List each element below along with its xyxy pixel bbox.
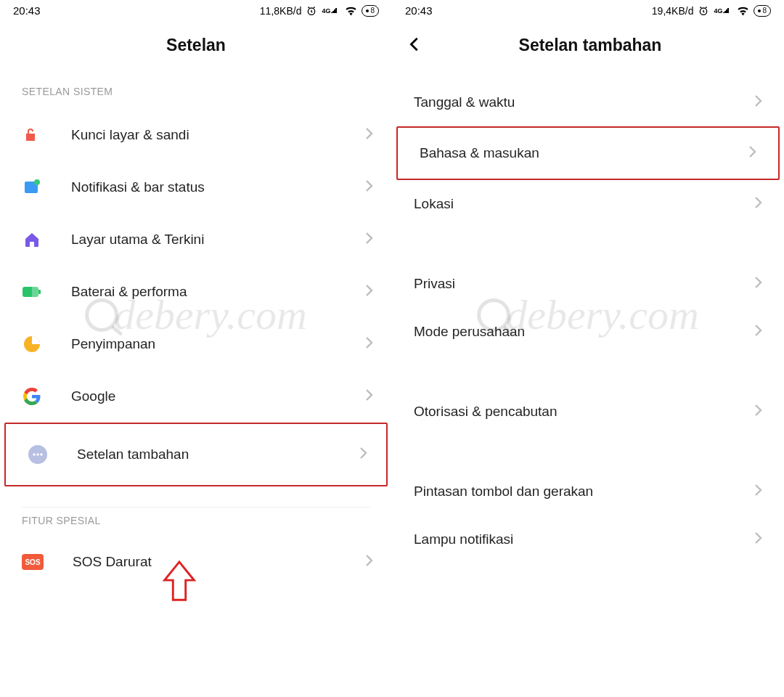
status-net-speed: 19,4KB/d [652, 5, 694, 17]
row-button-gesture-shortcuts[interactable]: Pintasan tombol dan gerakan [392, 468, 784, 515]
row-label: Mode perusahaan [414, 324, 754, 340]
divider [22, 507, 370, 508]
chevron-right-icon [365, 232, 373, 248]
status-net-speed: 11,8KB/d [260, 5, 302, 17]
row-label: SOS Darurat [73, 554, 365, 570]
chevron-right-icon [754, 531, 762, 547]
row-label: Bahasa & masukan [420, 145, 748, 161]
row-lock-password[interactable]: Kunci layar & sandi [0, 109, 392, 161]
screen-settings-main: 20:43 11,8KB/d 4G 8 Setelan SETELAN SIST… [0, 0, 392, 697]
row-label: Kunci layar & sandi [71, 127, 365, 143]
status-bar-icon [22, 177, 42, 197]
svg-point-10 [40, 453, 42, 455]
row-additional-settings[interactable]: Setelan tambahan [6, 424, 386, 485]
sos-icon: SOS [22, 554, 44, 570]
battery-icon: 8 [754, 5, 771, 17]
title-bar: Setelan [0, 20, 392, 78]
status-time: 20:43 [13, 4, 41, 17]
lock-icon [22, 125, 42, 145]
row-label: Tanggal & waktu [414, 94, 754, 110]
row-homescreen-recents[interactable]: Layar utama & Terkini [0, 213, 392, 266]
section-system: SETELAN SISTEM [0, 78, 392, 109]
row-language-input[interactable]: Bahasa & masukan [398, 128, 778, 179]
chevron-right-icon [359, 447, 367, 462]
row-google[interactable]: Google [0, 370, 392, 423]
svg-rect-4 [38, 290, 41, 294]
row-label: Penyimpanan [71, 336, 365, 352]
more-icon [28, 444, 48, 465]
row-label: Lampu notifikasi [414, 531, 754, 547]
row-notification-statusbar[interactable]: Notifikasi & bar status [0, 161, 392, 213]
row-location[interactable]: Lokasi [392, 180, 784, 228]
status-icons: 19,4KB/d 4G 8 [652, 5, 771, 17]
row-enterprise-mode[interactable]: Mode perusahaan [392, 308, 784, 356]
chevron-right-icon [754, 404, 762, 420]
chevron-right-icon [754, 196, 762, 212]
wifi-icon [737, 6, 749, 16]
status-bar: 20:43 11,8KB/d 4G 8 [0, 0, 392, 20]
title-bar: Setelan tambahan [392, 20, 784, 78]
alarm-icon [698, 5, 709, 17]
chevron-right-icon [365, 554, 373, 570]
storage-icon [22, 334, 42, 354]
battery-icon [22, 282, 42, 302]
row-label: Pintasan tombol dan gerakan [414, 484, 754, 500]
row-label: Setelan tambahan [77, 447, 359, 462]
row-notification-light[interactable]: Lampu notifikasi [392, 515, 784, 563]
row-authorization-revocation[interactable]: Otorisasi & pencabutan [392, 388, 784, 436]
google-icon [22, 386, 42, 407]
highlight-additional-settings: Setelan tambahan [4, 423, 388, 486]
chevron-right-icon [365, 336, 373, 352]
row-date-time[interactable]: Tanggal & waktu [392, 78, 784, 126]
row-label: Otorisasi & pencabutan [414, 404, 754, 420]
page-title: Setelan [15, 36, 377, 55]
highlight-language-input: Bahasa & masukan [396, 126, 780, 180]
svg-rect-5 [32, 287, 38, 297]
row-storage[interactable]: Penyimpanan [0, 318, 392, 370]
chevron-right-icon [754, 484, 762, 500]
annotation-arrow-icon [161, 561, 197, 604]
row-label: Privasi [414, 276, 754, 292]
chevron-right-icon [754, 94, 762, 110]
row-label: Lokasi [414, 196, 754, 212]
chevron-right-icon [754, 324, 762, 340]
alarm-icon [306, 5, 317, 17]
svg-point-8 [33, 453, 35, 455]
status-icons: 11,8KB/d 4G 8 [260, 5, 379, 17]
signal-4g-icon: 4G [322, 8, 340, 14]
chevron-right-icon [365, 388, 373, 404]
row-battery-performance[interactable]: Baterai & performa [0, 266, 392, 318]
section-special: FITUR SPESIAL [0, 513, 392, 538]
status-bar: 20:43 19,4KB/d 4G 8 [392, 0, 784, 20]
row-label: Google [71, 388, 365, 404]
chevron-right-icon [748, 145, 756, 161]
chevron-right-icon [365, 179, 373, 195]
chevron-right-icon [365, 284, 373, 300]
svg-point-2 [34, 179, 40, 185]
row-privacy[interactable]: Privasi [392, 260, 784, 308]
wifi-icon [345, 6, 357, 16]
status-time: 20:43 [405, 4, 433, 17]
signal-4g-icon: 4G [714, 8, 732, 14]
screen-additional-settings: 20:43 19,4KB/d 4G 8 Setelan tambahan Tan… [392, 0, 784, 697]
chevron-right-icon [754, 276, 762, 292]
row-label: Baterai & performa [71, 284, 365, 300]
row-label: Notifikasi & bar status [71, 179, 365, 195]
row-label: Layar utama & Terkini [71, 232, 365, 248]
svg-point-9 [36, 453, 38, 455]
page-title: Setelan tambahan [411, 36, 769, 55]
battery-icon: 8 [362, 5, 379, 17]
chevron-right-icon [365, 127, 373, 143]
home-icon [22, 229, 42, 250]
